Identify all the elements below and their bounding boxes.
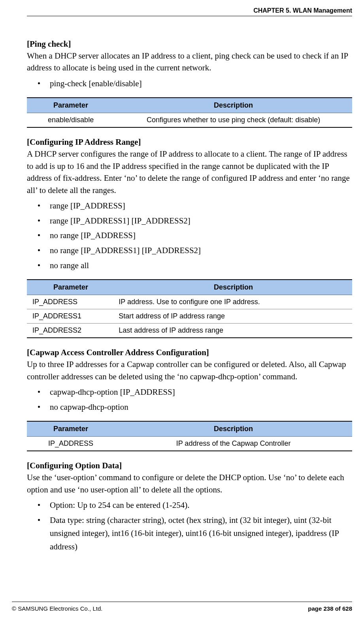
table-cell-param: IP_ADDRESS xyxy=(27,295,115,309)
table-header-description: Description xyxy=(115,98,352,113)
table-header-parameter: Parameter xyxy=(27,98,115,113)
table-row: IP_ADDRESS IP address of the Capwap Cont… xyxy=(27,437,352,451)
table-cell-desc: IP address of the Capwap Controller xyxy=(115,437,352,451)
ping-check-table: Parameter Description enable/disable Con… xyxy=(27,97,352,128)
list-item: no range [IP_ADDRESS1] [IP_ADDRESS2] xyxy=(27,244,352,257)
list-item: range [IP_ADDRESS1] [IP_ADDRESS2] xyxy=(27,214,352,228)
ip-range-table: Parameter Description IP_ADDRESS IP addr… xyxy=(27,279,352,338)
section-option-data-body: Use the ‘user-option’ command to configu… xyxy=(27,471,352,496)
list-item: Option: Up to 254 can be entered (1-254)… xyxy=(27,499,352,512)
table-cell-param: enable/disable xyxy=(27,113,115,128)
section-ping-check-title: [Ping check] xyxy=(27,39,352,49)
section-ip-range-body: A DHCP server configures the range of IP… xyxy=(27,148,352,196)
table-cell-desc: Start address of IP address range xyxy=(115,309,352,324)
section-capwap-title: [Capwap Access Controller Address Config… xyxy=(27,348,352,358)
list-item: no capwap-dhcp-option xyxy=(27,401,352,414)
list-item: range [IP_ADDRESS] xyxy=(27,199,352,213)
table-cell-param: IP_ADDRESS2 xyxy=(27,324,115,338)
table-cell-desc: Configures whether to use ping check (de… xyxy=(115,113,352,128)
page-header: CHAPTER 5. WLAN Management xyxy=(27,7,352,16)
list-item: no range all xyxy=(27,259,352,273)
table-cell-param: IP_ADDRESS xyxy=(27,437,115,451)
table-cell-desc: Last address of IP address range xyxy=(115,324,352,338)
table-header-description: Description xyxy=(115,280,352,295)
table-header-description: Description xyxy=(115,421,352,437)
table-cell-desc: IP address. Use to configure one IP addr… xyxy=(115,295,352,309)
table-cell-param: IP_ADDRESS1 xyxy=(27,309,115,324)
list-item: no range [IP_ADDRESS] xyxy=(27,229,352,242)
list-item: ping-check [enable/disable] xyxy=(27,77,352,91)
list-item: Data type: string (character string), oc… xyxy=(27,514,352,554)
page-footer: © SAMSUNG Electronics Co., Ltd. page 238… xyxy=(12,602,352,612)
table-row: IP_ADDRESS1 Start address of IP address … xyxy=(27,309,352,324)
table-header-parameter: Parameter xyxy=(27,280,115,295)
page-number: page 238 of 628 xyxy=(308,605,352,612)
section-ping-check-body: When a DHCP server allocates an IP addre… xyxy=(27,50,352,74)
copyright-text: © SAMSUNG Electronics Co., Ltd. xyxy=(12,605,102,612)
table-row: IP_ADDRESS2 Last address of IP address r… xyxy=(27,324,352,338)
table-header-parameter: Parameter xyxy=(27,421,115,437)
section-ip-range-title: [Configuring IP Address Range] xyxy=(27,137,352,147)
section-option-data-title: [Configuring Option Data] xyxy=(27,461,352,471)
table-row: enable/disable Configures whether to use… xyxy=(27,113,352,128)
list-item: capwap-dhcp-option [IP_ADDRESS] xyxy=(27,386,352,399)
capwap-table: Parameter Description IP_ADDRESS IP addr… xyxy=(27,421,352,451)
section-capwap-body: Up to three IP addresses for a Capwap co… xyxy=(27,358,352,382)
table-row: IP_ADDRESS IP address. Use to configure … xyxy=(27,295,352,309)
